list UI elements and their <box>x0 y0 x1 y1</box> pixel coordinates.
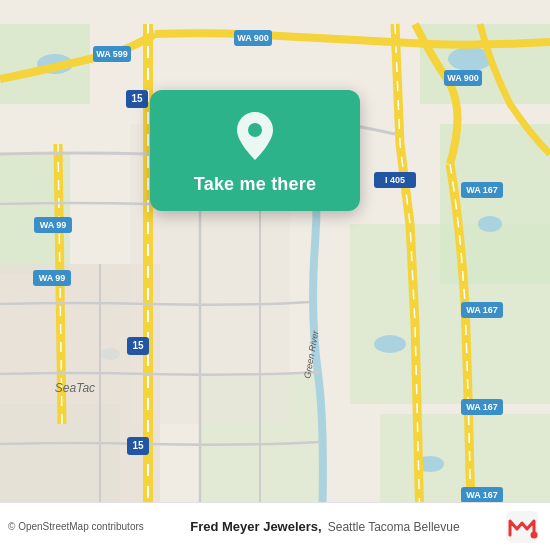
svg-text:WA 99: WA 99 <box>40 220 67 230</box>
pin-card[interactable]: Take me there <box>150 90 360 211</box>
svg-point-10 <box>478 216 502 232</box>
svg-text:15: 15 <box>132 340 144 351</box>
svg-text:WA 900: WA 900 <box>447 73 479 83</box>
svg-text:I 405: I 405 <box>385 175 405 185</box>
osm-credit: © OpenStreetMap contributors <box>8 521 144 532</box>
bottom-bar: © OpenStreetMap contributors Fred Meyer … <box>0 502 550 550</box>
place-location: Seattle Tacoma Bellevue <box>328 520 460 534</box>
svg-text:WA 167: WA 167 <box>466 490 498 500</box>
map-container: WA 599 WA 900 WA 900 15 I 405 WA 167 WA … <box>0 0 550 550</box>
svg-text:WA 99: WA 99 <box>39 273 66 283</box>
svg-text:SeaTac: SeaTac <box>55 381 95 395</box>
svg-text:WA 167: WA 167 <box>466 402 498 412</box>
svg-text:15: 15 <box>131 93 143 104</box>
moovit-logo <box>506 511 538 543</box>
map-svg: WA 599 WA 900 WA 900 15 I 405 WA 167 WA … <box>0 0 550 550</box>
location-pin-icon <box>229 110 281 162</box>
place-name: Fred Meyer Jewelers, <box>190 519 322 534</box>
svg-rect-4 <box>350 224 550 404</box>
take-me-there-label: Take me there <box>194 174 316 195</box>
svg-text:WA 599: WA 599 <box>96 49 128 59</box>
svg-point-45 <box>248 123 262 137</box>
moovit-logo-svg <box>506 511 538 543</box>
svg-text:WA 900: WA 900 <box>237 33 269 43</box>
svg-text:WA 167: WA 167 <box>466 185 498 195</box>
svg-text:15: 15 <box>132 440 144 451</box>
svg-text:WA 167: WA 167 <box>466 305 498 315</box>
bottom-left-content: © OpenStreetMap contributors <box>8 521 144 532</box>
svg-point-11 <box>374 335 406 353</box>
place-info: Fred Meyer Jewelers, Seattle Tacoma Bell… <box>144 519 506 534</box>
svg-point-47 <box>531 531 538 538</box>
